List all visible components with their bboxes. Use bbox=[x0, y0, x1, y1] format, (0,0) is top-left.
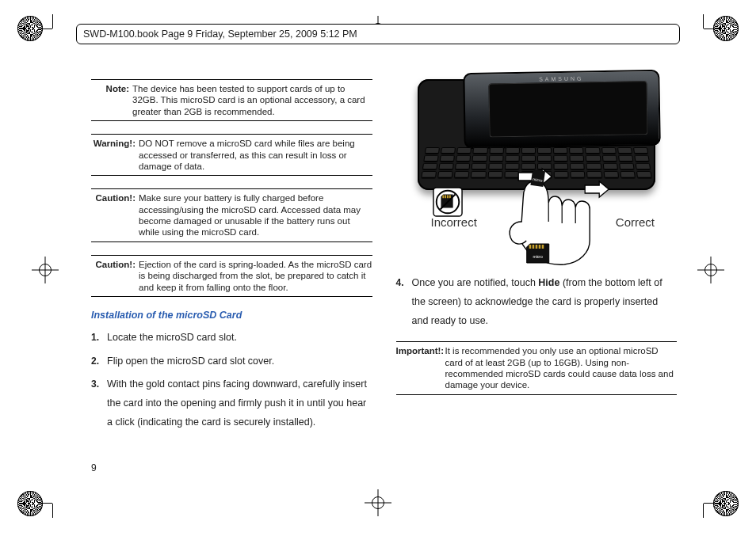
step-text: Locate the microSD card slot. bbox=[107, 332, 237, 343]
note-label: Note: bbox=[91, 83, 132, 117]
svg-rect-8 bbox=[529, 245, 531, 249]
svg-rect-9 bbox=[532, 245, 534, 249]
section-title: Installation of the microSD Card bbox=[91, 310, 372, 321]
caution-text: Make sure your battery is fully charged … bbox=[139, 192, 372, 238]
document-header-text: SWD-M100.book Page 9 Friday, September 2… bbox=[83, 29, 357, 40]
step-number: 1. bbox=[91, 329, 99, 347]
svg-rect-11 bbox=[538, 245, 540, 249]
incorrect-label: Incorrect bbox=[431, 215, 477, 229]
device-illustration: SAMSUNG bbox=[396, 79, 678, 261]
important-label: Important!: bbox=[396, 345, 445, 391]
step-number: 2. bbox=[91, 352, 99, 371]
page-content: Note: The device has been tested to supp… bbox=[91, 79, 677, 477]
step-number: 3. bbox=[91, 375, 99, 394]
step-3: 3. With the gold contact pins facing dow… bbox=[107, 375, 372, 432]
step-number: 4. bbox=[396, 274, 404, 292]
caution1-callout: Caution!: Make sure your battery is full… bbox=[91, 188, 372, 242]
note-callout: Note: The device has been tested to supp… bbox=[91, 79, 372, 121]
note-text: The device has been tested to support ca… bbox=[132, 83, 372, 117]
svg-rect-12 bbox=[541, 245, 544, 249]
svg-rect-2 bbox=[445, 195, 446, 198]
step-text: Flip open the microSD card slot cover. bbox=[107, 356, 274, 367]
correct-label: Correct bbox=[616, 215, 655, 229]
svg-text:micro: micro bbox=[533, 254, 542, 259]
correct-sd-icon: micro bbox=[525, 242, 552, 264]
install-steps-continued: 4. Once you are notified, touch Hide (fr… bbox=[396, 274, 678, 330]
warning-callout: Warning!: DO NOT remove a microSD card w… bbox=[91, 134, 372, 176]
crop-ornament-icon bbox=[713, 491, 739, 516]
step-text: With the gold contact pins facing downwa… bbox=[107, 378, 367, 428]
document-header: SWD-M100.book Page 9 Friday, September 2… bbox=[76, 24, 680, 44]
step-2: 2. Flip open the microSD card slot cover… bbox=[107, 352, 372, 371]
registration-mark-icon bbox=[365, 489, 391, 516]
warning-label: Warning!: bbox=[91, 138, 139, 172]
step-text: Once you are notified, touch Hide (from … bbox=[412, 277, 662, 326]
svg-rect-4 bbox=[449, 195, 450, 198]
caution-label: Caution!: bbox=[91, 259, 139, 293]
step-1: 1. Locate the microSD card slot. bbox=[107, 329, 372, 348]
page-number: 9 bbox=[91, 462, 97, 473]
important-callout: Important!: It is recommended you only u… bbox=[396, 341, 678, 395]
warning-text: DO NOT remove a microSD card while files… bbox=[139, 138, 372, 172]
step-4: 4. Once you are notified, touch Hide (fr… bbox=[412, 274, 678, 330]
caution-label: Caution!: bbox=[91, 192, 139, 238]
svg-rect-10 bbox=[535, 245, 537, 249]
left-column: Note: The device has been tested to supp… bbox=[91, 79, 372, 477]
important-text: It is recommended you only use an option… bbox=[445, 345, 678, 391]
install-steps: 1. Locate the microSD card slot. 2. Flip… bbox=[91, 329, 372, 432]
incorrect-sd-icon bbox=[433, 187, 463, 217]
right-column: SAMSUNG bbox=[396, 79, 678, 477]
crop-ornament-icon bbox=[17, 491, 43, 516]
svg-rect-3 bbox=[447, 195, 449, 198]
registration-mark-icon bbox=[32, 257, 59, 283]
device-brand: SAMSUNG bbox=[539, 76, 584, 82]
svg-rect-1 bbox=[442, 195, 444, 198]
caution2-callout: Caution!: Ejection of the card is spring… bbox=[91, 255, 372, 297]
caution-text: Ejection of the card is spring-loaded. A… bbox=[139, 259, 372, 293]
registration-mark-icon bbox=[697, 257, 724, 283]
